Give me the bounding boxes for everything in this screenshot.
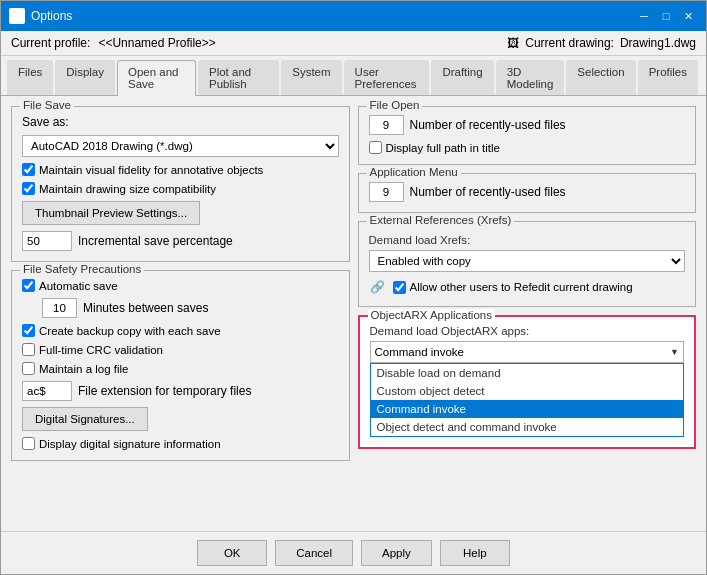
recently-used-label: Number of recently-used files: [410, 118, 566, 132]
maintain-log-label[interactable]: Maintain a log file: [22, 362, 129, 375]
objectarx-selected-value: Command invoke: [375, 346, 464, 358]
display-full-path-label[interactable]: Display full path in title: [369, 141, 500, 154]
recently-used-row: Number of recently-used files: [369, 115, 686, 135]
tab-selection[interactable]: Selection: [566, 60, 635, 95]
cancel-button[interactable]: Cancel: [275, 540, 353, 566]
full-time-crc-checkbox[interactable]: [22, 343, 35, 356]
allow-others-row: 🔗 Allow other users to Refedit current d…: [369, 278, 686, 296]
profile-bar: Current profile: <<Unnamed Profile>> 🖼 C…: [1, 31, 706, 56]
save-as-dropdown-row: AutoCAD 2018 Drawing (*.dwg): [22, 135, 339, 157]
current-profile-label: Current profile:: [11, 36, 90, 50]
thumbnail-preview-button[interactable]: Thumbnail Preview Settings...: [22, 201, 200, 225]
demand-load-section: Demand load Xrefs: DisabledEnabledEnable…: [369, 234, 686, 272]
demand-load-objectarx-label: Demand load ObjectARX apps:: [370, 325, 685, 337]
file-extension-input[interactable]: [22, 381, 72, 401]
current-drawing-value: Drawing1.dwg: [620, 36, 696, 50]
bottom-bar: OK Cancel Apply Help: [1, 531, 706, 574]
close-button[interactable]: ✕: [678, 6, 698, 26]
objectarx-dropdown-container: Command invoke ▼ Disable load on demand …: [370, 341, 685, 437]
minutes-row: Minutes between saves: [42, 298, 339, 318]
maximize-button[interactable]: □: [656, 6, 676, 26]
tab-user-preferences[interactable]: User Preferences: [344, 60, 430, 95]
incremental-save-input[interactable]: [22, 231, 72, 251]
external-refs-section: External References (Xrefs) Demand load …: [358, 221, 697, 307]
dropdown-item-object-detect[interactable]: Object detect and command invoke: [371, 418, 684, 436]
drawing-icon: 🖼: [507, 36, 519, 50]
maintain-drawing-size-label[interactable]: Maintain drawing size compatibility: [22, 182, 216, 195]
maintain-log-checkbox[interactable]: [22, 362, 35, 375]
app-recently-used-label: Number of recently-used files: [410, 185, 566, 199]
app-recently-used-row: Number of recently-used files: [369, 182, 686, 202]
help-button[interactable]: Help: [440, 540, 510, 566]
automatic-save-checkbox[interactable]: [22, 279, 35, 292]
objectarx-dropdown-header[interactable]: Command invoke ▼: [370, 341, 685, 363]
thumbnail-btn-row: Thumbnail Preview Settings...: [22, 201, 339, 225]
file-safety-title: File Safety Precautions: [20, 263, 144, 275]
title-bar-controls: ─ □ ✕: [634, 6, 698, 26]
file-open-section: File Open Number of recently-used files …: [358, 106, 697, 165]
maintain-visual-fidelity-row: Maintain visual fidelity for annotative …: [22, 163, 339, 176]
demand-load-xrefs-dropdown[interactable]: DisabledEnabledEnabled with copy: [369, 250, 686, 272]
current-profile-value: <<Unnamed Profile>>: [98, 36, 215, 50]
automatic-save-label[interactable]: Automatic save: [22, 279, 118, 292]
display-full-path-row: Display full path in title: [369, 141, 686, 154]
maintain-drawing-size-checkbox[interactable]: [22, 182, 35, 195]
dropdown-arrow-icon: ▼: [670, 347, 679, 357]
objectarx-dropdown-list: Disable load on demand Custom object det…: [370, 363, 685, 437]
tab-plot-and-publish[interactable]: Plot and Publish: [198, 60, 279, 95]
current-drawing-label: Current drawing:: [525, 36, 614, 50]
tab-drafting[interactable]: Drafting: [431, 60, 493, 95]
save-as-row: Save as:: [22, 115, 339, 129]
dropdown-item-command[interactable]: Command invoke: [371, 400, 684, 418]
file-save-title: File Save: [20, 99, 74, 111]
tab-display[interactable]: Display: [55, 60, 115, 95]
title-bar-left: ⚙ Options: [9, 8, 72, 24]
demand-load-xrefs-label: Demand load Xrefs:: [369, 234, 686, 246]
full-time-crc-label[interactable]: Full-time CRC validation: [22, 343, 163, 356]
minutes-between-saves-input[interactable]: [42, 298, 77, 318]
maintain-visual-fidelity-label[interactable]: Maintain visual fidelity for annotative …: [22, 163, 263, 176]
apply-button[interactable]: Apply: [361, 540, 432, 566]
minimize-button[interactable]: ─: [634, 6, 654, 26]
allow-others-label[interactable]: Allow other users to Refedit current dra…: [393, 281, 633, 294]
title-bar: ⚙ Options ─ □ ✕: [1, 1, 706, 31]
tabs-container: Files Display Open and Save Plot and Pub…: [1, 56, 706, 96]
recently-used-input[interactable]: [369, 115, 404, 135]
display-full-path-checkbox[interactable]: [369, 141, 382, 154]
main-content: File Save Save as: AutoCAD 2018 Drawing …: [1, 96, 706, 531]
file-extension-label: File extension for temporary files: [78, 384, 251, 398]
display-digital-checkbox[interactable]: [22, 437, 35, 450]
file-open-title: File Open: [367, 99, 423, 111]
dropdown-item-custom[interactable]: Custom object detect: [371, 382, 684, 400]
profile-right: 🖼 Current drawing: Drawing1.dwg: [507, 36, 696, 50]
tab-open-and-save[interactable]: Open and Save: [117, 60, 196, 96]
objectarx-title: ObjectARX Applications: [368, 309, 495, 321]
file-safety-section: File Safety Precautions Automatic save M…: [11, 270, 350, 461]
tab-files[interactable]: Files: [7, 60, 53, 95]
incremental-save-label: Incremental save percentage: [78, 234, 233, 248]
left-panel: File Save Save as: AutoCAD 2018 Drawing …: [11, 106, 350, 521]
objectarx-section: ObjectARX Applications Demand load Objec…: [358, 315, 697, 449]
create-backup-label[interactable]: Create backup copy with each save: [22, 324, 221, 337]
digital-signatures-button[interactable]: Digital Signatures...: [22, 407, 148, 431]
save-as-dropdown[interactable]: AutoCAD 2018 Drawing (*.dwg): [22, 135, 339, 157]
digital-signatures-row: Digital Signatures...: [22, 407, 339, 431]
app-recently-used-input[interactable]: [369, 182, 404, 202]
incremental-save-row: Incremental save percentage: [22, 231, 339, 251]
maintain-visual-fidelity-checkbox[interactable]: [22, 163, 35, 176]
display-digital-label[interactable]: Display digital signature information: [22, 437, 221, 450]
full-time-crc-row: Full-time CRC validation: [22, 343, 339, 356]
minutes-label: Minutes between saves: [83, 301, 208, 315]
tab-system[interactable]: System: [281, 60, 341, 95]
dropdown-item-disable[interactable]: Disable load on demand: [371, 364, 684, 382]
window-icon: ⚙: [9, 8, 25, 24]
create-backup-checkbox[interactable]: [22, 324, 35, 337]
tab-3d-modeling[interactable]: 3D Modeling: [496, 60, 565, 95]
automatic-save-row: Automatic save: [22, 279, 339, 292]
options-window: ⚙ Options ─ □ ✕ Current profile: <<Unnam…: [0, 0, 707, 575]
allow-others-checkbox[interactable]: [393, 281, 406, 294]
tab-profiles[interactable]: Profiles: [638, 60, 698, 95]
maintain-log-row: Maintain a log file: [22, 362, 339, 375]
ok-button[interactable]: OK: [197, 540, 267, 566]
file-extension-row: File extension for temporary files: [22, 381, 339, 401]
